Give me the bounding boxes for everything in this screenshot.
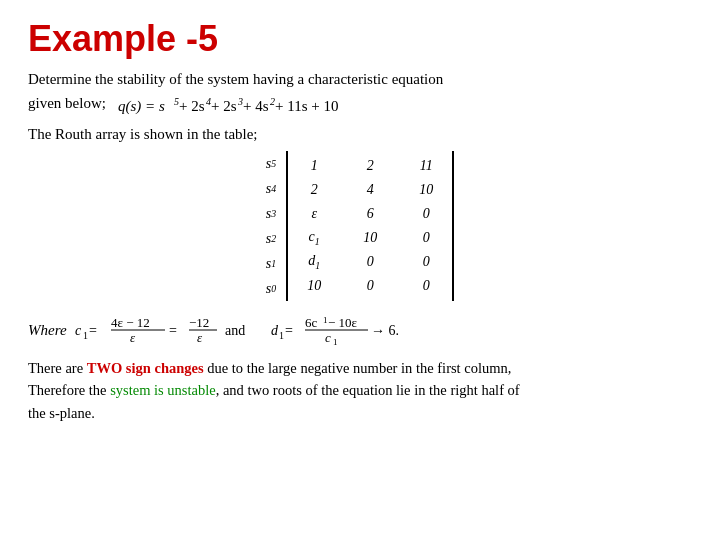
bottom-line3: the s-plane. — [28, 405, 95, 421]
routh-section: s5 s4 s3 s2 s1 s0 — [28, 151, 692, 301]
svg-text:−12: −12 — [189, 315, 209, 330]
matrix-row-4: d1 0 0 — [300, 251, 440, 273]
cell-0-0: 1 — [300, 158, 328, 174]
where-section: Where c 1 = 4ε − 12 ε = −12 ε and — [28, 309, 692, 351]
cell-4-0: d1 — [300, 253, 328, 271]
svg-text:c: c — [325, 330, 331, 345]
cell-1-2: 10 — [412, 182, 440, 198]
routh-matrix: 1 2 11 2 4 10 ε 6 0 c1 10 0 — [286, 151, 454, 301]
matrix-row-3: c1 10 0 — [300, 227, 440, 249]
page-container: Example -5 Determine the stability of th… — [28, 18, 692, 424]
svg-text:=: = — [285, 323, 293, 338]
where-label: Where — [28, 322, 67, 339]
svg-text:d: d — [271, 323, 279, 338]
matrix-row-0: 1 2 11 — [300, 155, 440, 177]
svg-text:1: 1 — [279, 330, 284, 341]
cell-0-1: 2 — [356, 158, 384, 174]
cell-3-0: c1 — [300, 229, 328, 247]
svg-text:=: = — [89, 323, 97, 338]
routh-table-wrap: s5 s4 s3 s2 s1 s0 — [266, 151, 454, 301]
svg-text:and: and — [225, 323, 245, 338]
matrix-row-5: 10 0 0 — [300, 275, 440, 297]
matrix-row-2: ε 6 0 — [300, 203, 440, 225]
svg-text:ε: ε — [130, 330, 136, 345]
cell-1-0: 2 — [300, 182, 328, 198]
svg-text:1: 1 — [323, 315, 328, 325]
bottom-line1-post: due to the large negative number in the … — [204, 360, 512, 376]
system-unstable: system is unstable — [110, 382, 216, 398]
routh-intro: The Routh array is shown in the table; — [28, 123, 692, 146]
intro-line1: Determine the stability of the system ha… — [28, 71, 443, 87]
bottom-line2-pre: Therefore the — [28, 382, 110, 398]
bottom-line2-post: , and two roots of the equation lie in t… — [216, 382, 520, 398]
bottom-line1-pre: There are — [28, 360, 87, 376]
title: Example -5 — [28, 18, 692, 60]
routh-label-s0: s0 — [266, 278, 280, 300]
routh-row-labels: s5 s4 s3 s2 s1 s0 — [266, 151, 280, 301]
svg-text:4ε − 12: 4ε − 12 — [111, 315, 150, 330]
routh-label-s4: s4 — [266, 178, 280, 200]
cell-5-0: 10 — [300, 278, 328, 294]
cell-0-2: 11 — [412, 158, 440, 174]
svg-text:q(s) = s: q(s) = s — [118, 98, 165, 115]
svg-text:1: 1 — [333, 337, 338, 347]
svg-text:+ 4s: + 4s — [243, 98, 269, 114]
routh-label-s2: s2 — [266, 228, 280, 250]
cell-5-1: 0 — [356, 278, 384, 294]
routh-label-s1: s1 — [266, 253, 280, 275]
svg-text:+ 2s: + 2s — [211, 98, 237, 114]
svg-text:6c: 6c — [305, 315, 318, 330]
intro-line2: given below; q(s) = s 5 + 2s 4 + 2s 3 + … — [28, 95, 348, 111]
cell-3-1: 10 — [356, 230, 384, 246]
svg-text:c: c — [75, 323, 82, 338]
bottom-text: There are TWO sign changes due to the la… — [28, 357, 692, 424]
cell-1-1: 4 — [356, 182, 384, 198]
cell-5-2: 0 — [412, 278, 440, 294]
matrix-row-1: 2 4 10 — [300, 179, 440, 201]
cell-2-2: 0 — [412, 206, 440, 222]
svg-text:1: 1 — [83, 330, 88, 341]
char-eq: q(s) = s 5 + 2s 4 + 2s 3 + 4s 2 + 11s + … — [118, 91, 348, 119]
cell-2-0: ε — [300, 206, 328, 222]
cell-3-2: 0 — [412, 230, 440, 246]
svg-text:=: = — [169, 323, 177, 338]
svg-text:+ 2s: + 2s — [179, 98, 205, 114]
svg-text:− 10ε: − 10ε — [328, 315, 358, 330]
cell-2-1: 6 — [356, 206, 384, 222]
svg-text:+ 11s + 10: + 11s + 10 — [275, 98, 338, 114]
formula-c1-d1: c 1 = 4ε − 12 ε = −12 ε and d 1 = — [75, 309, 495, 351]
cell-4-1: 0 — [356, 254, 384, 270]
cell-4-2: 0 — [412, 254, 440, 270]
routh-label-s3: s3 — [266, 203, 280, 225]
intro-paragraph: Determine the stability of the system ha… — [28, 68, 692, 119]
routh-label-s5: s5 — [266, 153, 280, 175]
svg-text:→ 6.: → 6. — [371, 323, 399, 338]
two-sign-changes: TWO sign changes — [87, 360, 204, 376]
svg-text:ε: ε — [197, 330, 203, 345]
